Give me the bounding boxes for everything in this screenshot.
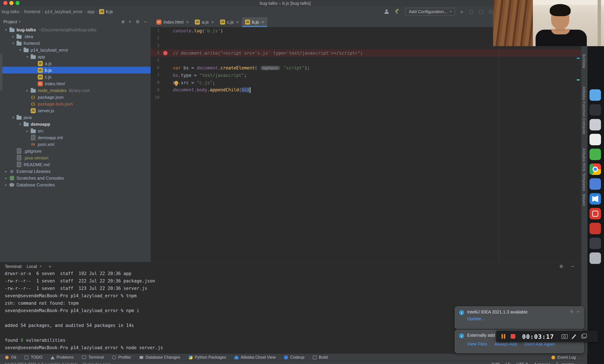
breadcrumb-item-app[interactable]: app [87,9,95,14]
tree-item-node-modules[interactable]: ▸node_moduleslibrary root [0,87,151,94]
locate-file-icon[interactable]: ⊕ [121,20,125,24]
tree-item-index-html[interactable]: <>index.html [0,80,151,87]
tree-item-frontend[interactable]: ▾frontend [0,40,151,47]
vscode-icon[interactable] [590,193,601,205]
dock-app-icon[interactable] [590,104,601,116]
editor-tab-b-js[interactable]: JSb.js× [242,17,267,27]
dock-app-icon[interactable] [590,89,601,101]
tree-item-readme-md[interactable]: README.md [0,161,151,168]
pause-recording-button[interactable] [502,334,505,339]
run-coverage-button[interactable] [479,10,483,14]
tool-stripe-label-alibaba-ros-templates[interactable]: Alibaba ROS Templates [582,148,586,191]
camera-icon[interactable] [561,334,567,339]
toolwindow-button-python-packages[interactable]: Python Packages [188,355,226,360]
new-terminal-icon[interactable]: + [49,264,51,269]
notification-action-don-t-ask-again[interactable]: Don't Ask Again [525,341,555,347]
tool-stripe-label-maven[interactable]: Maven [582,194,586,206]
project-view-selector[interactable]: Project [3,19,17,24]
dock-app-icon[interactable] [590,252,601,264]
status-message[interactable]: IntelliJ IDEA 2021.1.3 available // Upda… [5,362,111,364]
gutter[interactable] [159,27,173,34]
code-line[interactable]: 8bs.src = "c.js"; [151,79,581,86]
toolwindow-button-alibaba-cloud-view[interactable]: Alibaba Cloud View [234,355,276,360]
build-hammer-icon[interactable] [394,9,399,14]
tree-item-java[interactable]: ▾java [0,114,151,121]
status-widget-4-spaces[interactable]: 4 spaces [534,362,550,364]
run-button[interactable]: ▶ [461,9,464,14]
toolwindow-button-codeup[interactable]: Codeup [284,355,304,360]
gutter[interactable] [159,34,173,42]
line-number[interactable]: 2 [151,36,159,40]
close-tab-icon[interactable]: × [262,20,264,25]
code-line[interactable]: 4// document.write("<script src='c.js' t… [151,49,581,57]
dock-app-icon[interactable] [590,238,601,249]
screenshot-icon[interactable] [581,335,586,338]
breadcrumb-item-frontend[interactable]: frontend [24,9,40,14]
expand-arrow-icon[interactable]: ▾ [3,28,9,32]
expand-arrow-icon[interactable]: ▸ [3,183,9,187]
line-number[interactable]: 8 [151,80,159,85]
chrome-icon[interactable] [590,163,601,175]
tree-item-package-lock-json[interactable]: {}package-lock.json [0,100,151,107]
expand-arrow-icon[interactable]: ▸ [25,88,30,92]
tree-item-bug-talks[interactable]: ▾bug-talks~/Documents/github/bug-talks [0,26,151,33]
tree-item-demoapp-iml[interactable]: demoapp.iml [0,134,151,141]
dock-app-icon[interactable] [590,178,601,190]
breadcrumb-item-b-js[interactable]: JSb.js [99,9,113,14]
toolwindow-button-todo[interactable]: TODO [25,355,42,360]
gutter[interactable] [159,64,173,72]
hide-panel-icon[interactable]: − [144,20,147,24]
terminal-tab-local[interactable]: Local × [27,264,42,269]
status-widget-9-30[interactable]: 9:30 [492,362,500,364]
gutter[interactable] [159,42,173,49]
code-line[interactable]: 10 [151,94,581,101]
gutter[interactable] [159,49,173,57]
tree-item-package-json[interactable]: {}package.json [0,94,151,100]
tool-stripe-label-alibaba-function-compute[interactable]: Alibaba Function Compute [582,87,586,134]
breadcrumb-item-p14-lazyload-error[interactable]: p14_lazyload_error [45,9,83,14]
gutter[interactable] [159,72,173,79]
annotate-icon[interactable] [572,334,576,338]
line-number[interactable]: 10 [151,95,159,100]
line-number[interactable]: 6 [151,65,159,70]
line-number[interactable]: 4 [151,50,159,55]
tree-item-c-js[interactable]: JSc.js [0,74,151,80]
add-configuration-dropdown[interactable]: Add Configuration... ▾ [405,8,455,16]
code-line[interactable]: 7bs.type = "text/javascript"; [151,72,581,79]
toolwindow-button-git[interactable]: Git [5,355,16,360]
update-link[interactable]: Update... [467,316,485,321]
git-branch-widget[interactable]: master [556,362,574,364]
tree-item--java-version[interactable]: .java-version [0,154,151,161]
tree-item-server-js[interactable]: JSserver.js [0,107,151,114]
tree-item-app[interactable]: ▾app [0,53,151,60]
close-tab-icon[interactable]: × [211,20,214,25]
expand-arrow-icon[interactable]: ▸ [3,176,9,180]
close-tab-icon[interactable]: × [186,20,189,25]
toolwindow-button-profiler[interactable]: Profiler [112,355,131,360]
line-number[interactable]: 1 [151,28,159,33]
terminal-minimize-icon[interactable]: − [571,264,574,268]
line-number[interactable]: 7 [151,73,159,77]
code-line[interactable]: 5 [151,57,581,64]
tree-item-scratches-and-consoles[interactable]: ▸Scratches and Consoles [0,175,151,181]
breadcrumb-item-bug-talks[interactable]: bug-talks [2,9,20,14]
toolwindow-button-build[interactable]: Build [313,355,328,360]
code-with-me-icon[interactable] [384,9,389,14]
gutter[interactable] [159,86,173,94]
expand-arrow-icon[interactable]: ▾ [25,55,30,59]
notification-settings-icon[interactable]: ⚙ [570,309,573,314]
status-widget-lf[interactable]: LF [506,362,510,364]
editor-tab-a-js[interactable]: JSa.js× [192,17,217,27]
toolwindow-button-terminal[interactable]: Terminal [82,355,104,360]
expand-arrow-icon[interactable]: ▾ [18,48,23,52]
expand-arrow-icon[interactable]: ▸ [11,35,16,38]
gutter[interactable] [159,57,173,64]
expand-arrow-icon[interactable]: ▸ [25,129,30,133]
gutter[interactable] [159,94,173,101]
toolwindow-button-event-log[interactable]: Event Log [551,355,576,360]
tree-item-b-js[interactable]: JSb.js [0,67,151,74]
code-line[interactable]: 6var bs = document.createElement( tagNam… [151,64,581,72]
notification-close-icon[interactable]: × [577,309,579,314]
tree-item-demoapp[interactable]: ▾demoapp [0,121,151,127]
tree-item-src[interactable]: ▸src [0,127,151,134]
